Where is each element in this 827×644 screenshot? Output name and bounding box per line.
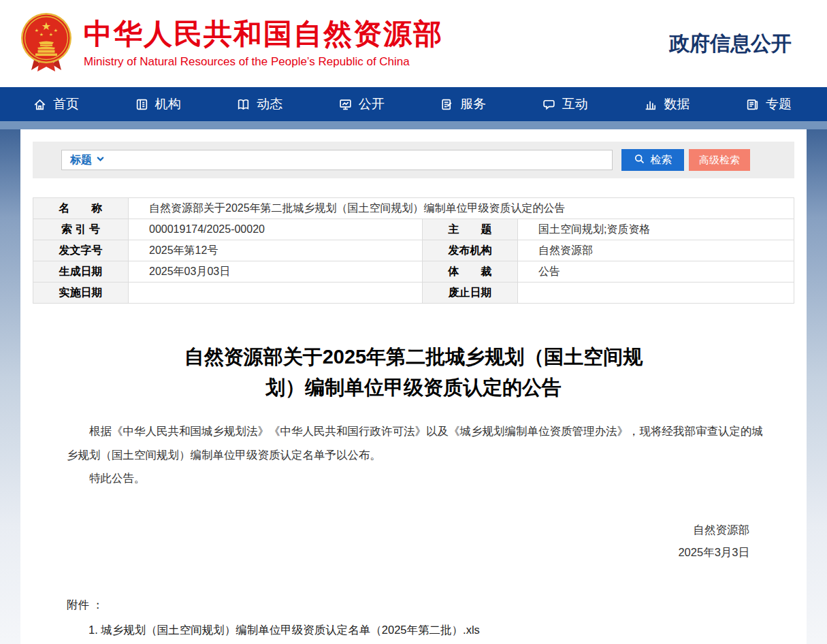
meta-label-date-created: 生成日期	[33, 261, 129, 283]
nav-item-services[interactable]: 服务	[440, 95, 486, 113]
table-row: 发文字号 2025年第12号 发布机构 自然资源部	[33, 240, 794, 261]
document-title: 自然资源部关于2025年第二批城乡规划（国土空间规划）编制单位甲级资质认定的公告	[169, 342, 658, 403]
organization-icon	[135, 97, 149, 112]
nav-item-label: 服务	[460, 95, 486, 113]
site-title: 中华人民共和国自然资源部	[84, 18, 443, 50]
search-button[interactable]: 检索	[621, 149, 684, 171]
nav-item-disclosure[interactable]: 公开	[338, 95, 385, 113]
svg-text:★: ★	[39, 32, 44, 37]
content-card: 标题 检索 高级检索 名 称 自然资源部关于2025年第二批城乡规划（国土空间规…	[20, 129, 807, 644]
advanced-search-button[interactable]: 高级检索	[689, 149, 750, 171]
search-button-label: 检索	[651, 153, 672, 167]
meta-value-name: 自然资源部关于2025年第二批城乡规划（国土空间规划）编制单位甲级资质认定的公告	[129, 198, 794, 219]
home-icon	[33, 97, 47, 112]
document-meta-table: 名 称 自然资源部关于2025年第二批城乡规划（国土空间规划）编制单位甲级资质认…	[33, 197, 794, 304]
attachment-link[interactable]: 1. 城乡规划（国土空间规划）编制单位甲级资质认定名单（2025年第二批）.xl…	[88, 623, 794, 638]
document-paragraph: 根据《中华人民共和国城乡规划法》《中华人民共和国行政许可法》以及《城乡规划编制单…	[67, 419, 767, 466]
meta-label-genre: 体 裁	[423, 261, 518, 283]
services-icon	[440, 97, 454, 112]
attachments-label: 附件 ：	[67, 598, 794, 613]
svg-text:★: ★	[35, 28, 39, 33]
svg-text:★: ★	[42, 20, 51, 32]
signature-block: 自然资源部 2025年3月3日	[33, 519, 749, 564]
nav-item-organization[interactable]: 机构	[135, 95, 181, 113]
meta-label-index: 索 引 号	[33, 219, 129, 240]
nav-item-news[interactable]: 动态	[236, 95, 282, 113]
meta-value-subject: 国土空间规划;资质资格	[518, 219, 794, 240]
meta-value-doc-number: 2025年第12号	[129, 240, 423, 261]
nav-item-label: 专题	[766, 95, 792, 113]
data-icon	[643, 97, 658, 112]
disclosure-icon	[338, 97, 353, 112]
search-field-selector[interactable]: 标题	[70, 153, 105, 167]
main-nav: 首页 机构 动态 公开 服务 互动 数据	[0, 87, 827, 121]
nav-item-data[interactable]: 数据	[643, 95, 690, 113]
meta-value-date-repeal	[518, 283, 794, 304]
signature-org: 自然资源部	[33, 519, 749, 541]
nav-item-home[interactable]: 首页	[33, 95, 79, 113]
nav-item-interaction[interactable]: 互动	[542, 95, 588, 113]
nav-item-label: 机构	[155, 95, 181, 113]
table-row: 名 称 自然资源部关于2025年第二批城乡规划（国土空间规划）编制单位甲级资质认…	[33, 198, 794, 219]
nav-item-label: 动态	[257, 95, 282, 113]
table-row: 生成日期 2025年03月03日 体 裁 公告	[33, 261, 794, 283]
meta-label-date-effective: 实施日期	[33, 283, 129, 304]
meta-label-name: 名 称	[33, 198, 129, 219]
meta-value-index: 000019174/2025-00020	[129, 219, 423, 240]
search-input[interactable]: 标题	[61, 150, 613, 170]
chevron-down-icon	[96, 154, 105, 166]
national-emblem-logo: ★ ★ ★ ★ ★	[19, 11, 74, 76]
nav-substrip	[0, 121, 827, 129]
search-icon	[634, 153, 645, 167]
meta-label-doc-number: 发文字号	[33, 240, 129, 261]
meta-value-date-created: 2025年03月03日	[129, 261, 423, 283]
topics-icon	[745, 97, 760, 112]
search-band: 标题 检索 高级检索	[33, 142, 794, 178]
meta-label-date-repeal: 废止日期	[423, 283, 518, 304]
nav-item-topics[interactable]: 专题	[745, 95, 792, 113]
meta-value-genre: 公告	[518, 261, 794, 283]
signature-date: 2025年3月3日	[33, 541, 749, 564]
gov-info-disclosure-title[interactable]: 政府信息公开	[669, 30, 792, 58]
site-header: ★ ★ ★ ★ ★ 中华人民共和国自然资源部 Ministry of Natur…	[0, 0, 827, 87]
search-field-label: 标题	[70, 153, 92, 167]
news-icon	[236, 97, 250, 112]
table-row: 实施日期 废止日期	[33, 283, 794, 304]
meta-label-publisher: 发布机构	[423, 240, 518, 261]
table-row: 索 引 号 000019174/2025-00020 主 题 国土空间规划;资质…	[33, 219, 794, 240]
svg-text:★: ★	[49, 32, 53, 37]
meta-label-subject: 主 题	[423, 219, 518, 240]
site-subtitle-en: Ministry of Natural Resources of the Peo…	[84, 55, 443, 69]
nav-item-label: 公开	[359, 95, 385, 113]
page-background: 标题 检索 高级检索 名 称 自然资源部关于2025年第二批城乡规划（国土空间规…	[0, 129, 827, 644]
nav-item-label: 首页	[53, 95, 79, 113]
attachments-section: 附件 ： 1. 城乡规划（国土空间规划）编制单位甲级资质认定名单（2025年第二…	[67, 598, 794, 644]
nav-item-label: 互动	[562, 95, 588, 113]
meta-value-publisher: 自然资源部	[518, 240, 794, 261]
document-paragraph: 特此公告。	[67, 466, 767, 490]
nav-item-label: 数据	[664, 95, 690, 113]
brand: ★ ★ ★ ★ ★ 中华人民共和国自然资源部 Ministry of Natur…	[19, 11, 443, 76]
meta-value-date-effective	[129, 283, 423, 304]
svg-text:★: ★	[54, 28, 58, 33]
interaction-icon	[542, 97, 556, 112]
